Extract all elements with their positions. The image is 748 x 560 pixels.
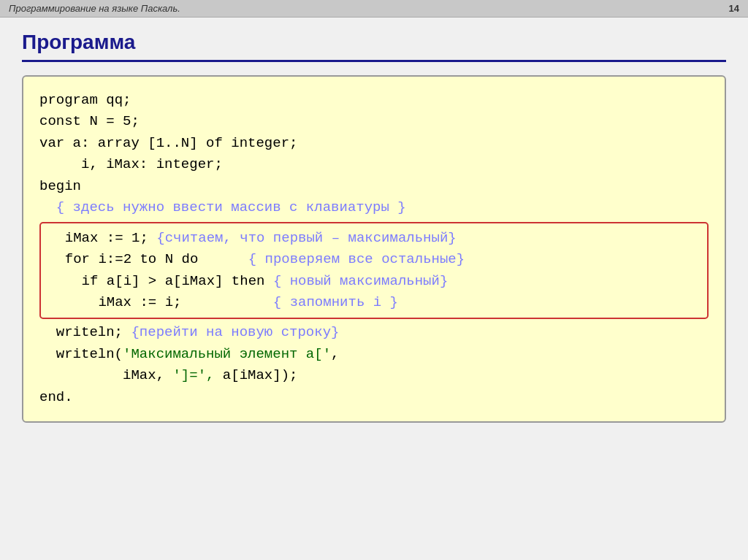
code-line-14: end. xyxy=(39,387,709,408)
highlighted-code-block: iMax := 1; {считаем, что первый – максим… xyxy=(39,222,709,320)
code-line-3: var a: array [1..N] of integer; xyxy=(39,133,709,154)
kw-program: program xyxy=(39,92,98,108)
page-number: 14 xyxy=(729,3,739,14)
kw-end: end xyxy=(39,389,64,405)
kw-if: if xyxy=(82,273,99,289)
code-line-10: iMax := i; { запомнить i } xyxy=(48,292,700,313)
code-block: program qq; const N = 5; var a: array [1… xyxy=(22,75,726,423)
code-line-7: iMax := 1; {считаем, что первый – максим… xyxy=(48,228,700,249)
kw-for: for xyxy=(65,251,90,267)
slide-title: Программа xyxy=(22,31,726,62)
comment-2: {считаем, что первый – максимальный} xyxy=(156,230,456,246)
kw-to: to xyxy=(140,251,156,267)
code-line-11: writeln; {перейти на новую строку} xyxy=(39,322,709,343)
code-line-5: begin xyxy=(39,176,709,197)
code-line-4: i, iMax: integer; xyxy=(39,154,709,175)
kw-do: do xyxy=(181,251,198,267)
string-2: ']=', xyxy=(172,367,214,383)
kw-then: then xyxy=(232,273,265,289)
slide-container: Программирование на языке Паскаль. 14 Пр… xyxy=(0,0,748,560)
slide-content: Программа program qq; const N = 5; var a… xyxy=(0,18,748,436)
code-line-6: { здесь нужно ввести массив с клавиатуры… xyxy=(39,197,709,218)
kw-var: var xyxy=(39,135,64,151)
comment-4: { новый максимальный} xyxy=(273,273,448,289)
kw-begin: begin xyxy=(39,178,81,194)
string-1: 'Максимальный элемент a[' xyxy=(123,346,331,362)
comment-1: { здесь нужно ввести массив с клавиатуры… xyxy=(56,199,406,215)
code-line-1: program qq; xyxy=(39,90,709,111)
comment-5: { запомнить i } xyxy=(273,294,398,310)
code-line-13: iMax, ']=', a[iMax]); xyxy=(39,365,709,386)
code-line-2: const N = 5; xyxy=(39,111,709,132)
header-title: Программирование на языке Паскаль. xyxy=(9,3,180,14)
kw-const: const xyxy=(39,113,81,129)
code-line-9: if a[i] > a[iMax] then { новый максималь… xyxy=(48,271,700,292)
slide-header: Программирование на языке Паскаль. 14 xyxy=(0,0,748,18)
comment-3: { проверяем все остальные} xyxy=(248,251,465,267)
code-line-8: for i:=2 to N do { проверяем все остальн… xyxy=(48,249,700,270)
code-line-12: writeln('Максимальный элемент a[', xyxy=(39,344,709,365)
comment-6: {перейти на новую строку} xyxy=(131,324,339,340)
